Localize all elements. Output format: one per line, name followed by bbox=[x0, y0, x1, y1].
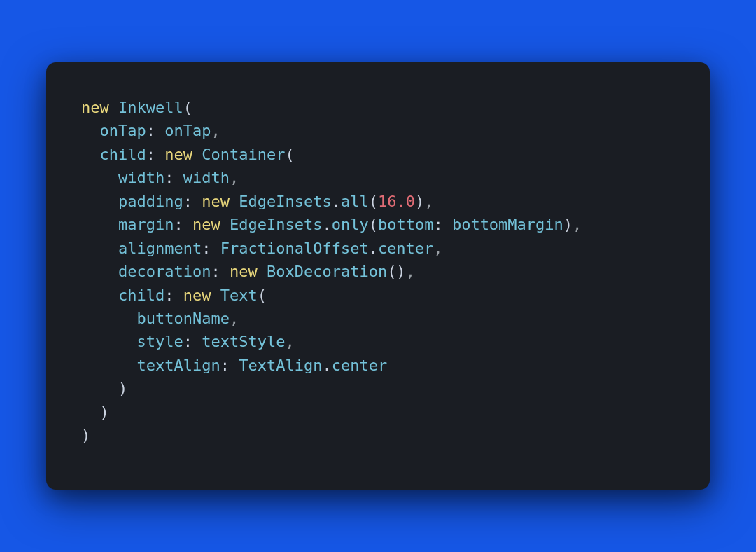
code-token: , bbox=[424, 193, 433, 210]
code-token: , bbox=[230, 310, 239, 327]
code-token: only bbox=[332, 216, 369, 233]
code-token: : bbox=[183, 333, 192, 350]
code-token: ) bbox=[415, 193, 424, 210]
code-token: . bbox=[322, 216, 331, 233]
code-token: alignment bbox=[118, 240, 202, 257]
code-token: Text bbox=[220, 287, 258, 304]
code-token: bottom bbox=[378, 216, 433, 233]
code-token: ) bbox=[81, 427, 90, 444]
code-token: new bbox=[230, 263, 258, 280]
code-token: : bbox=[164, 287, 174, 304]
code-token: new bbox=[192, 216, 220, 233]
code-token: decoration bbox=[118, 263, 211, 280]
code-token: : bbox=[164, 169, 174, 186]
code-card: new Inkwell( onTap: onTap, child: new Co… bbox=[46, 62, 710, 490]
code-token: : bbox=[220, 357, 230, 374]
code-token: ) bbox=[118, 380, 127, 397]
code-token: ( bbox=[369, 193, 378, 210]
code-token: width bbox=[183, 169, 230, 186]
code-token: all bbox=[341, 193, 369, 210]
code-token: () bbox=[387, 263, 406, 280]
code-token: style bbox=[136, 333, 183, 350]
code-token: , bbox=[285, 333, 294, 350]
code-token: . bbox=[332, 193, 341, 210]
code-token: textStyle bbox=[202, 333, 285, 350]
code-token: , bbox=[230, 169, 239, 186]
code-token: child bbox=[118, 287, 164, 304]
code-token: EdgeInsets bbox=[230, 216, 322, 233]
code-content: new Inkwell( onTap: onTap, child: new Co… bbox=[81, 99, 582, 444]
code-token: padding bbox=[118, 193, 183, 210]
code-token: child bbox=[100, 146, 146, 163]
code-token: width bbox=[118, 169, 164, 186]
code-token: : bbox=[211, 263, 220, 280]
code-token: TextAlign bbox=[239, 357, 322, 374]
code-token: ( bbox=[258, 287, 267, 304]
code-token: , bbox=[573, 216, 582, 233]
code-token: ) bbox=[100, 403, 109, 421]
code-token: buttonName bbox=[136, 310, 229, 327]
code-token: ( bbox=[285, 146, 294, 163]
code-token: center bbox=[378, 240, 433, 257]
code-token: center bbox=[332, 357, 387, 374]
code-token: : bbox=[146, 122, 155, 139]
code-token: : bbox=[174, 216, 183, 233]
code-token: BoxDecoration bbox=[267, 263, 387, 280]
code-token: Inkwell bbox=[118, 99, 183, 116]
code-token: ) bbox=[564, 216, 573, 233]
code-token: new bbox=[202, 193, 230, 210]
code-token: new bbox=[183, 287, 211, 304]
code-token: . bbox=[322, 357, 331, 374]
code-token: onTap bbox=[164, 122, 211, 139]
code-token: 16.0 bbox=[378, 193, 415, 210]
code-token: EdgeInsets bbox=[239, 193, 331, 210]
code-token: : bbox=[183, 193, 192, 210]
code-token: , bbox=[406, 263, 415, 280]
code-token: : bbox=[433, 216, 442, 233]
code-token: margin bbox=[118, 216, 174, 233]
code-token: ( bbox=[369, 216, 378, 233]
code-token: new bbox=[81, 99, 109, 116]
code-token: , bbox=[211, 122, 220, 139]
code-token: onTap bbox=[100, 122, 146, 139]
code-token: : bbox=[146, 146, 155, 163]
code-block: new Inkwell( onTap: onTap, child: new Co… bbox=[81, 96, 675, 448]
code-token: textAlign bbox=[136, 357, 220, 374]
code-token: , bbox=[433, 240, 442, 257]
code-token: Container bbox=[202, 146, 285, 163]
code-token: FractionalOffset bbox=[220, 240, 369, 257]
code-token: ( bbox=[183, 99, 192, 116]
code-token: . bbox=[369, 240, 378, 257]
code-token: bottomMargin bbox=[452, 216, 564, 233]
code-token: new bbox=[164, 146, 192, 163]
code-token: : bbox=[202, 240, 211, 257]
